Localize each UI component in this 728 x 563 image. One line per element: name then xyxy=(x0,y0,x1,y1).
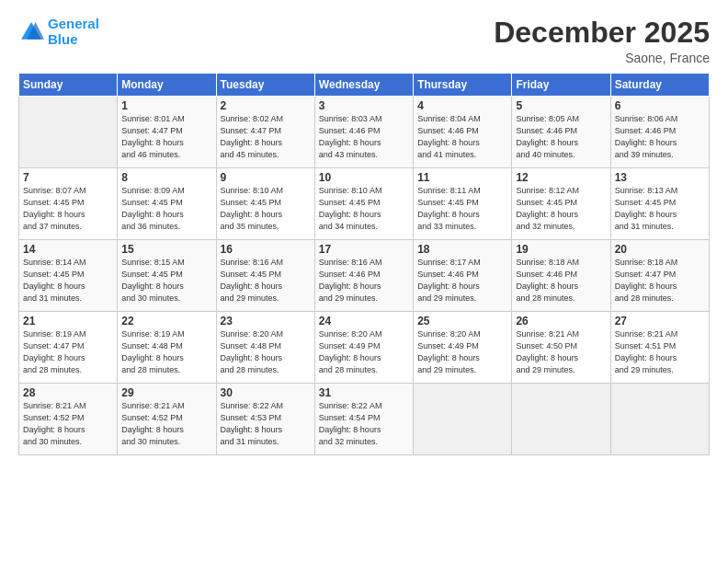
day-info: Sunrise: 8:10 AMSunset: 4:45 PMDaylight:… xyxy=(221,185,311,233)
day-cell xyxy=(414,384,512,455)
day-header-friday: Friday xyxy=(512,74,610,97)
day-number: 25 xyxy=(417,315,507,327)
day-info: Sunrise: 8:07 AMSunset: 4:45 PMDaylight:… xyxy=(23,185,113,233)
logo-text: General Blue xyxy=(48,17,99,47)
day-info: Sunrise: 8:05 AMSunset: 4:46 PMDaylight:… xyxy=(516,113,606,161)
page: General Blue December 2025 Saone, France… xyxy=(0,0,728,563)
day-cell: 16Sunrise: 8:16 AMSunset: 4:45 PMDayligh… xyxy=(216,240,314,312)
day-number: 30 xyxy=(221,386,311,399)
day-header-thursday: Thursday xyxy=(414,74,512,97)
day-cell: 2Sunrise: 8:02 AMSunset: 4:47 PMDaylight… xyxy=(216,97,314,168)
day-info: Sunrise: 8:21 AMSunset: 4:51 PMDaylight:… xyxy=(615,328,705,376)
day-cell: 18Sunrise: 8:17 AMSunset: 4:46 PMDayligh… xyxy=(414,240,512,312)
day-info: Sunrise: 8:19 AMSunset: 4:48 PMDaylight:… xyxy=(121,328,211,376)
day-header-wednesday: Wednesday xyxy=(314,74,413,97)
day-number: 22 xyxy=(121,315,211,327)
day-info: Sunrise: 8:01 AMSunset: 4:47 PMDaylight:… xyxy=(121,113,211,161)
day-cell: 1Sunrise: 8:01 AMSunset: 4:47 PMDaylight… xyxy=(118,97,216,168)
day-number: 26 xyxy=(516,315,606,327)
day-number: 8 xyxy=(121,171,211,184)
day-number: 29 xyxy=(121,386,211,399)
day-cell: 24Sunrise: 8:20 AMSunset: 4:49 PMDayligh… xyxy=(314,312,413,384)
day-number: 19 xyxy=(516,243,606,256)
day-number: 15 xyxy=(121,243,211,256)
day-number: 21 xyxy=(23,315,113,327)
day-number: 3 xyxy=(319,99,409,112)
day-number: 1 xyxy=(121,99,211,112)
day-info: Sunrise: 8:16 AMSunset: 4:46 PMDaylight:… xyxy=(319,257,409,304)
day-number: 28 xyxy=(23,386,113,399)
day-info: Sunrise: 8:10 AMSunset: 4:45 PMDaylight:… xyxy=(319,185,409,233)
day-info: Sunrise: 8:14 AMSunset: 4:45 PMDaylight:… xyxy=(23,257,113,304)
day-cell: 30Sunrise: 8:22 AMSunset: 4:53 PMDayligh… xyxy=(216,384,314,455)
day-header-monday: Monday xyxy=(118,74,216,97)
day-number: 13 xyxy=(615,171,705,184)
day-header-saturday: Saturday xyxy=(610,74,709,97)
day-cell: 15Sunrise: 8:15 AMSunset: 4:45 PMDayligh… xyxy=(118,240,216,312)
day-info: Sunrise: 8:16 AMSunset: 4:45 PMDaylight:… xyxy=(221,257,311,304)
calendar-table: SundayMondayTuesdayWednesdayThursdayFrid… xyxy=(18,73,710,455)
title-area: December 2025 Saone, France xyxy=(494,17,710,65)
day-info: Sunrise: 8:04 AMSunset: 4:46 PMDaylight:… xyxy=(417,113,507,161)
day-cell xyxy=(610,384,709,455)
week-row-4: 21Sunrise: 8:19 AMSunset: 4:47 PMDayligh… xyxy=(19,312,710,384)
logo: General Blue xyxy=(18,17,99,47)
day-cell: 14Sunrise: 8:14 AMSunset: 4:45 PMDayligh… xyxy=(19,240,118,312)
day-header-sunday: Sunday xyxy=(19,74,118,97)
day-info: Sunrise: 8:20 AMSunset: 4:48 PMDaylight:… xyxy=(221,328,311,376)
week-row-1: 1Sunrise: 8:01 AMSunset: 4:47 PMDaylight… xyxy=(19,97,710,168)
day-cell: 29Sunrise: 8:21 AMSunset: 4:52 PMDayligh… xyxy=(118,384,216,455)
day-cell: 9Sunrise: 8:10 AMSunset: 4:45 PMDaylight… xyxy=(216,168,314,240)
day-cell: 4Sunrise: 8:04 AMSunset: 4:46 PMDaylight… xyxy=(414,97,512,168)
day-number: 17 xyxy=(319,243,409,256)
day-number: 18 xyxy=(417,243,507,256)
day-cell: 6Sunrise: 8:06 AMSunset: 4:46 PMDaylight… xyxy=(610,97,709,168)
day-cell: 23Sunrise: 8:20 AMSunset: 4:48 PMDayligh… xyxy=(216,312,314,384)
day-cell xyxy=(512,384,610,455)
week-row-3: 14Sunrise: 8:14 AMSunset: 4:45 PMDayligh… xyxy=(19,240,710,312)
day-info: Sunrise: 8:21 AMSunset: 4:50 PMDaylight:… xyxy=(516,328,606,376)
day-number: 23 xyxy=(221,315,311,327)
day-info: Sunrise: 8:19 AMSunset: 4:47 PMDaylight:… xyxy=(23,328,113,376)
calendar-header-row: SundayMondayTuesdayWednesdayThursdayFrid… xyxy=(19,74,710,97)
day-info: Sunrise: 8:02 AMSunset: 4:47 PMDaylight:… xyxy=(221,113,311,161)
day-cell: 5Sunrise: 8:05 AMSunset: 4:46 PMDaylight… xyxy=(512,97,610,168)
day-info: Sunrise: 8:20 AMSunset: 4:49 PMDaylight:… xyxy=(417,328,507,376)
day-number: 6 xyxy=(615,99,705,112)
week-row-5: 28Sunrise: 8:21 AMSunset: 4:52 PMDayligh… xyxy=(19,384,710,455)
day-number: 12 xyxy=(516,171,606,184)
logo-icon xyxy=(18,19,44,45)
day-info: Sunrise: 8:06 AMSunset: 4:46 PMDaylight:… xyxy=(615,113,705,161)
header: General Blue December 2025 Saone, France xyxy=(18,17,710,65)
day-cell: 12Sunrise: 8:12 AMSunset: 4:45 PMDayligh… xyxy=(512,168,610,240)
day-cell xyxy=(19,97,118,168)
day-number: 11 xyxy=(417,171,507,184)
week-row-2: 7Sunrise: 8:07 AMSunset: 4:45 PMDaylight… xyxy=(19,168,710,240)
day-number: 16 xyxy=(221,243,311,256)
day-cell: 25Sunrise: 8:20 AMSunset: 4:49 PMDayligh… xyxy=(414,312,512,384)
day-number: 31 xyxy=(319,386,409,399)
day-info: Sunrise: 8:22 AMSunset: 4:54 PMDaylight:… xyxy=(319,400,409,448)
day-info: Sunrise: 8:11 AMSunset: 4:45 PMDaylight:… xyxy=(417,185,507,233)
day-number: 7 xyxy=(23,171,113,184)
day-info: Sunrise: 8:20 AMSunset: 4:49 PMDaylight:… xyxy=(319,328,409,376)
day-number: 4 xyxy=(417,99,507,112)
day-cell: 7Sunrise: 8:07 AMSunset: 4:45 PMDaylight… xyxy=(19,168,118,240)
day-cell: 17Sunrise: 8:16 AMSunset: 4:46 PMDayligh… xyxy=(314,240,413,312)
day-info: Sunrise: 8:12 AMSunset: 4:45 PMDaylight:… xyxy=(516,185,606,233)
day-cell: 13Sunrise: 8:13 AMSunset: 4:45 PMDayligh… xyxy=(610,168,709,240)
day-info: Sunrise: 8:15 AMSunset: 4:45 PMDaylight:… xyxy=(121,257,211,304)
day-info: Sunrise: 8:13 AMSunset: 4:45 PMDaylight:… xyxy=(615,185,705,233)
day-cell: 10Sunrise: 8:10 AMSunset: 4:45 PMDayligh… xyxy=(314,168,413,240)
day-number: 24 xyxy=(319,315,409,327)
day-info: Sunrise: 8:03 AMSunset: 4:46 PMDaylight:… xyxy=(319,113,409,161)
day-number: 27 xyxy=(615,315,705,327)
day-number: 5 xyxy=(516,99,606,112)
subtitle: Saone, France xyxy=(494,51,710,65)
day-cell: 3Sunrise: 8:03 AMSunset: 4:46 PMDaylight… xyxy=(314,97,413,168)
day-number: 2 xyxy=(221,99,311,112)
day-cell: 20Sunrise: 8:18 AMSunset: 4:47 PMDayligh… xyxy=(610,240,709,312)
logo-line2: Blue xyxy=(48,31,78,47)
day-info: Sunrise: 8:21 AMSunset: 4:52 PMDaylight:… xyxy=(121,400,211,448)
day-info: Sunrise: 8:22 AMSunset: 4:53 PMDaylight:… xyxy=(221,400,311,448)
